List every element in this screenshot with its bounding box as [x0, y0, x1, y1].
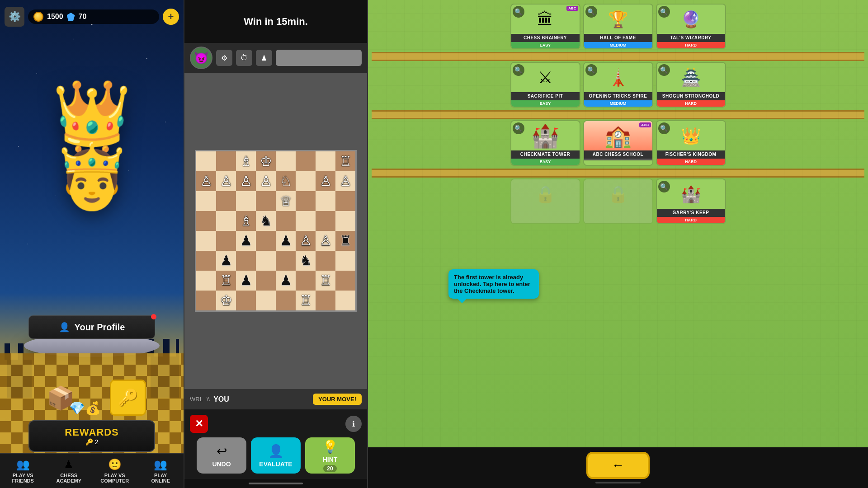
magnify-button-9[interactable]: 🔍 — [658, 181, 670, 192]
cell-1-4[interactable]: ♘ — [276, 171, 296, 191]
cell-0-5[interactable] — [296, 151, 316, 171]
cell-1-1[interactable]: ♙ — [216, 171, 236, 191]
evaluate-button[interactable]: 👤 EVALUATE — [251, 437, 301, 474]
nav-play-computer[interactable]: 🙂 PLAY VSCOMPUTER — [92, 454, 138, 488]
cell-2-0[interactable] — [196, 191, 216, 211]
nav-play-friends[interactable]: 👥 PLAY VSFRIENDS — [0, 454, 46, 488]
checkmate-tower-cell[interactable]: 🔍 🏰 CHECKMATE TOWER EASY — [510, 120, 580, 166]
cell-3-6[interactable] — [316, 211, 335, 231]
cell-5-0[interactable] — [196, 251, 216, 271]
cell-4-4[interactable]: ♟ — [276, 231, 296, 251]
chess-brainery-cell[interactable]: ABC 🔍 🏛 CHESS BRAINERY EASY — [510, 4, 580, 49]
cell-0-1[interactable] — [216, 151, 236, 171]
cell-7-5[interactable]: ♖ — [296, 291, 316, 310]
add-currency-button[interactable]: + — [163, 9, 179, 25]
garrys-keep-cell[interactable]: 🔍 🏰 GARRY'S KEEP HARD — [656, 178, 726, 224]
cell-5-1[interactable]: ♟ — [216, 251, 236, 271]
cell-3-2[interactable]: ♗ — [236, 211, 256, 231]
chess-board[interactable]: ♗♔♖♙♙♙♙♘♙♙♕♗♞♟♟♙♙♜♟♞♖♟♟♖♔♖ — [195, 150, 357, 312]
cell-1-5[interactable] — [296, 171, 316, 191]
cell-3-0[interactable] — [196, 211, 216, 231]
rewards-button[interactable]: REWARDS 🔑 2 — [28, 420, 155, 452]
cell-6-1[interactable]: ♖ — [216, 271, 236, 291]
cell-4-1[interactable] — [216, 231, 236, 251]
cell-0-0[interactable] — [196, 151, 216, 171]
magnify-button-2[interactable]: 🔍 — [585, 6, 597, 18]
cell-4-2[interactable]: ♟ — [236, 231, 256, 251]
tals-wizardry-cell[interactable]: 🔍 🔮 TAL'S WIZARDRY HARD — [656, 4, 726, 49]
magnify-button-3[interactable]: 🔍 — [658, 6, 670, 18]
cell-0-6[interactable] — [316, 151, 335, 171]
cell-1-0[interactable]: ♙ — [196, 171, 216, 191]
magnify-button-8[interactable]: 🔍 — [658, 122, 670, 134]
cell-2-7[interactable] — [335, 191, 355, 211]
cell-1-3[interactable]: ♙ — [256, 171, 276, 191]
cell-6-6[interactable]: ♖ — [316, 271, 335, 291]
cell-6-0[interactable] — [196, 271, 216, 291]
cell-3-7[interactable] — [335, 211, 355, 231]
magnify-button-4[interactable]: 🔍 — [513, 64, 524, 76]
cell-7-2[interactable] — [236, 291, 256, 310]
cell-7-0[interactable] — [196, 291, 216, 310]
opening-tricks-cell[interactable]: 🔍 🗼 OPENING TRICKS SPIRE MEDIUM — [583, 62, 653, 108]
cell-5-5[interactable]: ♞ — [296, 251, 316, 271]
cell-6-5[interactable] — [296, 271, 316, 291]
cell-1-7[interactable]: ♙ — [335, 171, 355, 191]
piece-control-button[interactable]: ♟ — [256, 50, 272, 66]
abc-chess-school-cell[interactable]: ABC 🏫 ABC CHESS SCHOOL — [583, 120, 653, 166]
settings-button[interactable]: ⚙️ — [5, 7, 24, 27]
magnify-button-5[interactable]: 🔍 — [585, 64, 597, 76]
nav-chess-academy[interactable]: ♟ CHESSACADEMY — [46, 454, 92, 488]
tooltip-bubble[interactable]: The first tower is already unlocked. Tap… — [448, 269, 539, 299]
cell-3-1[interactable] — [216, 211, 236, 231]
hint-button[interactable]: 💡 HINT 20 — [305, 437, 355, 474]
undo-button[interactable]: ↩ UNDO — [197, 437, 246, 474]
cell-4-3[interactable] — [256, 231, 276, 251]
magnify-button-6[interactable]: 🔍 — [658, 64, 670, 76]
cell-1-6[interactable]: ♙ — [316, 171, 335, 191]
cell-2-2[interactable] — [236, 191, 256, 211]
close-button[interactable]: ✕ — [190, 415, 208, 433]
cell-3-3[interactable]: ♞ — [256, 211, 276, 231]
cell-2-6[interactable] — [316, 191, 335, 211]
cell-0-2[interactable]: ♗ — [236, 151, 256, 171]
clock-control-button[interactable]: ⏱ — [236, 50, 252, 66]
magnify-button-7[interactable]: 🔍 — [513, 122, 524, 134]
cell-5-6[interactable] — [316, 251, 335, 271]
cell-0-7[interactable]: ♖ — [335, 151, 355, 171]
cell-1-2[interactable]: ♙ — [236, 171, 256, 191]
cell-5-7[interactable] — [335, 251, 355, 271]
cell-2-4[interactable]: ♕ — [276, 191, 296, 211]
cell-6-7[interactable] — [335, 271, 355, 291]
magnify-button[interactable]: 🔍 — [513, 6, 524, 18]
cell-4-0[interactable] — [196, 231, 216, 251]
sacrifice-pit-cell[interactable]: 🔍 ⚔ SACRIFICE PIT EASY — [510, 62, 580, 108]
cell-6-2[interactable]: ♟ — [236, 271, 256, 291]
cell-7-1[interactable]: ♔ — [216, 291, 236, 310]
cell-4-6[interactable]: ♙ — [316, 231, 335, 251]
back-button[interactable]: ← — [586, 452, 650, 479]
cell-2-3[interactable] — [256, 191, 276, 211]
cell-5-3[interactable] — [256, 251, 276, 271]
profile-button[interactable]: 👤 Your Profile — [28, 315, 155, 339]
gear-control-button[interactable]: ⚙ — [216, 50, 232, 66]
cell-4-5[interactable]: ♙ — [296, 231, 316, 251]
cell-4-7[interactable]: ♜ — [335, 231, 355, 251]
shogun-cell[interactable]: 🔍 🏯 SHOGUN STRONGHOLD HARD — [656, 62, 726, 108]
cell-6-3[interactable] — [256, 271, 276, 291]
cell-0-4[interactable] — [276, 151, 296, 171]
hall-of-fame-cell[interactable]: 🔍 🏆 HALL OF FAME MEDIUM — [583, 4, 653, 49]
cell-7-6[interactable] — [316, 291, 335, 310]
cell-5-2[interactable] — [236, 251, 256, 271]
cell-3-4[interactable] — [276, 211, 296, 231]
cell-3-5[interactable] — [296, 211, 316, 231]
cell-7-4[interactable] — [276, 291, 296, 310]
cell-6-4[interactable]: ♟ — [276, 271, 296, 291]
nav-play-online[interactable]: 👥 PLAYONLINE — [138, 454, 184, 488]
cell-2-1[interactable] — [216, 191, 236, 211]
cell-5-4[interactable] — [276, 251, 296, 271]
cell-2-5[interactable] — [296, 191, 316, 211]
info-button[interactable]: ℹ — [345, 416, 362, 432]
cell-0-3[interactable]: ♔ — [256, 151, 276, 171]
cell-7-7[interactable] — [335, 291, 355, 310]
